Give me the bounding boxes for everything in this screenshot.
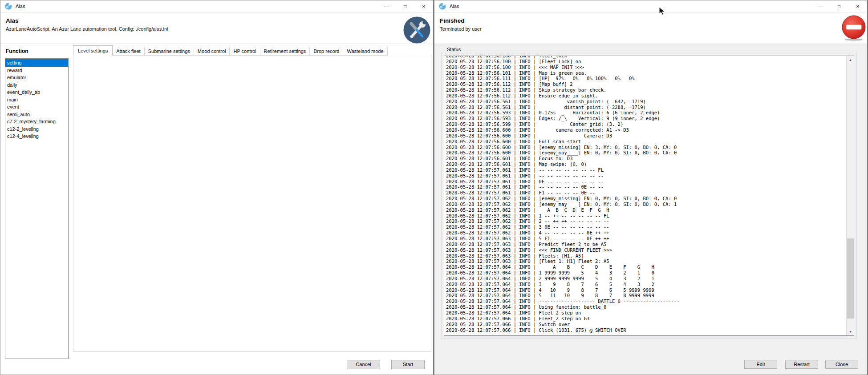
- log-line: 2020-05-28 12:07:57.061 | INFO | -- -- -…: [446, 167, 846, 173]
- log-line: 2020-05-28 12:07:56.600 | INFO | [enemy_…: [446, 150, 846, 156]
- titlebar: Alas — □ ✕: [0, 0, 433, 12]
- function-list-item[interactable]: main: [5, 96, 68, 104]
- function-list-item[interactable]: c7-2_mystery_farming: [5, 118, 68, 125]
- log-line: 2020-05-28 12:07:57.062 | INFO | 2 -- ++…: [446, 218, 846, 224]
- log-line: 2020-05-28 12:07:56.112 | INFO | Ensure …: [446, 93, 846, 99]
- scroll-down-icon[interactable]: ▼: [847, 328, 854, 335]
- log-line: 2020-05-28 12:07:56.593 | INFO | Edges: …: [446, 116, 846, 121]
- log-line: 2020-05-28 12:07:57.062 | INFO | [enemy_…: [446, 202, 846, 207]
- log-line: 2020-05-28 12:07:57.061 | INFO | -- -- -…: [446, 173, 846, 179]
- log-line: 2020-05-28 12:07:56.601 | INFO | Map swi…: [446, 161, 846, 167]
- log-line: 2020-05-28 12:07:56.600 | INFO | [enemy_…: [446, 145, 846, 150]
- log-line: 2020-05-28 12:07:57.062 | INFO | [enemy_…: [446, 196, 846, 202]
- start-button[interactable]: Start: [391, 360, 425, 369]
- log-lines: 2020-05-28 12:07:56.100 | INFO | fleet_l…: [446, 56, 846, 333]
- app-subtitle: AzurLaneAutoScript, An Azur Lane automat…: [6, 26, 168, 32]
- maximize-button[interactable]: □: [396, 0, 414, 12]
- function-list-item[interactable]: daily: [5, 81, 68, 89]
- status-group-label: Status: [447, 47, 461, 52]
- log-scrollbar[interactable]: ▲ ▼: [846, 56, 854, 335]
- log-line: 2020-05-28 12:07:56.112 | INFO | Skip st…: [446, 87, 846, 93]
- titlebar: Alas — □ ✕: [434, 0, 867, 12]
- alas-app-icon: [5, 3, 12, 10]
- log-line: 2020-05-28 12:07:57.066 | INFO | Click (…: [446, 327, 846, 333]
- status-header: Finished Terminated by user: [434, 12, 867, 44]
- log-line: 2020-05-28 12:07:56.112 | INFO | [Map_bu…: [446, 81, 846, 87]
- tab[interactable]: Drop record: [309, 47, 343, 56]
- function-list-item[interactable]: event_daily_ab: [5, 89, 68, 96]
- log-line: 2020-05-28 12:07:57.062 | INFO | A B C D…: [446, 207, 846, 213]
- function-list: settingrewardemulatordailyevent_daily_ab…: [5, 58, 69, 359]
- app-title: Alas: [6, 17, 19, 24]
- alas-settings-window: Alas — □ ✕ Alas AzurLaneAutoScript, An A…: [0, 0, 434, 375]
- tab-page: [73, 55, 431, 352]
- log-line: 2020-05-28 12:07:56.100 | INFO | <<< MAP…: [446, 65, 846, 70]
- minimize-button[interactable]: —: [811, 0, 830, 12]
- log-line: 2020-05-28 12:07:57.064 | INFO | Using f…: [446, 304, 846, 310]
- log-line: 2020-05-28 12:07:56.561 | INFO | distant…: [446, 105, 846, 110]
- log-line: 2020-05-28 12:07:57.066 | INFO | Switch …: [446, 322, 846, 327]
- log-line: 2020-05-28 12:07:57.063 | INFO | Fleets:…: [446, 253, 846, 259]
- tools-icon: [403, 16, 430, 45]
- log-line: 2020-05-28 12:07:57.064 | INFO | A B C D…: [446, 264, 846, 270]
- tab[interactable]: Retirement settings: [260, 47, 310, 56]
- function-list-item[interactable]: reward: [5, 67, 68, 74]
- log-output[interactable]: 2020-05-28 12:07:56.100 | INFO | fleet_l…: [444, 56, 854, 336]
- log-line: 2020-05-28 12:07:56.100 | INFO | fleet_l…: [446, 56, 846, 59]
- log-line: 2020-05-28 12:07:57.061 | INFO | 0E -- -…: [446, 179, 846, 185]
- log-line: 2020-05-28 12:07:57.064 | INFO | 2 9999 …: [446, 276, 846, 282]
- log-line: 2020-05-28 12:07:57.062 | INFO | 1 -- ++…: [446, 213, 846, 219]
- minimize-button[interactable]: —: [377, 0, 396, 12]
- function-list-item[interactable]: event: [5, 103, 68, 111]
- finished-title: Finished: [440, 17, 465, 24]
- log-line: 2020-05-28 12:07:57.061 | INFO | F1 -- -…: [446, 190, 846, 196]
- function-list-item[interactable]: emulator: [5, 74, 68, 81]
- log-line: 2020-05-28 12:07:56.561 | INFO | vanish_…: [446, 99, 846, 105]
- scrollbar-thumb[interactable]: [847, 238, 854, 319]
- scroll-up-icon[interactable]: ▲: [847, 56, 854, 64]
- tab-bar: Level settingsAttack fleetSubmarine sett…: [73, 47, 388, 56]
- app-header: Alas AzurLaneAutoScript, An Azur Lane au…: [0, 12, 433, 44]
- log-line: 2020-05-28 12:07:57.064 | INFO | 1 9999 …: [446, 270, 846, 276]
- function-list-item[interactable]: semi_auto: [5, 111, 68, 118]
- tab[interactable]: Submarine settings: [144, 47, 194, 56]
- maximize-button[interactable]: □: [830, 0, 848, 12]
- log-line: 2020-05-28 12:07:56.100 | INFO | [Fleet_…: [446, 59, 846, 65]
- log-line: 2020-05-28 12:07:56.593 | INFO | 0.175s …: [446, 110, 846, 116]
- tab[interactable]: Level settings: [73, 45, 113, 56]
- tab[interactable]: Mood control: [194, 47, 230, 56]
- log-line: 2020-05-28 12:07:57.063 | INFO | <<< FIN…: [446, 247, 846, 253]
- window-title: Alas: [16, 4, 25, 9]
- log-line: 2020-05-28 12:07:57.062 | INFO | 3 0E --…: [446, 224, 846, 230]
- log-line: 2020-05-28 12:07:57.062 | INFO | 4 -- --…: [446, 230, 846, 236]
- log-line: 2020-05-28 12:07:56.111 | INFO | [HP] 97…: [446, 76, 846, 81]
- tab[interactable]: Attack fleet: [112, 47, 144, 56]
- alas-app-icon: [439, 3, 446, 10]
- stop-icon: [841, 15, 867, 43]
- alas-log-window: Alas — □ ✕ Finished Terminated by user S…: [434, 0, 868, 375]
- log-line: 2020-05-28 12:07:57.064 | INFO | 5 11 10…: [446, 293, 846, 298]
- restart-button[interactable]: Restart: [785, 360, 818, 369]
- function-list-item[interactable]: c12-4_leveling: [5, 133, 68, 140]
- mouse-cursor: [659, 7, 666, 16]
- log-line: 2020-05-28 12:07:57.063 | INFO | [Fleet_…: [446, 258, 846, 264]
- cancel-button[interactable]: Cancel: [347, 360, 380, 369]
- window-title: Alas: [450, 4, 459, 9]
- tab[interactable]: Wasteland mode: [343, 47, 387, 56]
- log-line: 2020-05-28 12:07:57.063 | INFO | 5 F1 --…: [446, 236, 846, 242]
- function-list-title: Function: [6, 48, 28, 54]
- function-list-item[interactable]: c12-2_leveling: [5, 125, 68, 133]
- log-line: 2020-05-28 12:07:56.600 | INFO | Full sc…: [446, 139, 846, 145]
- edit-button[interactable]: Edit: [744, 360, 777, 369]
- close-window-button[interactable]: Close: [825, 360, 858, 369]
- close-button[interactable]: ✕: [414, 0, 433, 12]
- close-button[interactable]: ✕: [848, 0, 867, 12]
- log-line: 2020-05-28 12:07:56.101 | INFO | Map is …: [446, 70, 846, 76]
- log-line: 2020-05-28 12:07:56.601 | INFO | Focus t…: [446, 156, 846, 161]
- function-list-item[interactable]: setting: [5, 59, 68, 67]
- log-line: 2020-05-28 12:07:57.064 | INFO | -------…: [446, 298, 846, 304]
- tab[interactable]: HP control: [229, 47, 260, 56]
- log-line: 2020-05-28 12:07:57.061 | INFO | -- -- -…: [446, 184, 846, 190]
- log-line: 2020-05-28 12:07:56.600 | INFO | Camera:…: [446, 133, 846, 139]
- log-line: 2020-05-28 12:07:57.064 | INFO | Fleet 2…: [446, 310, 846, 316]
